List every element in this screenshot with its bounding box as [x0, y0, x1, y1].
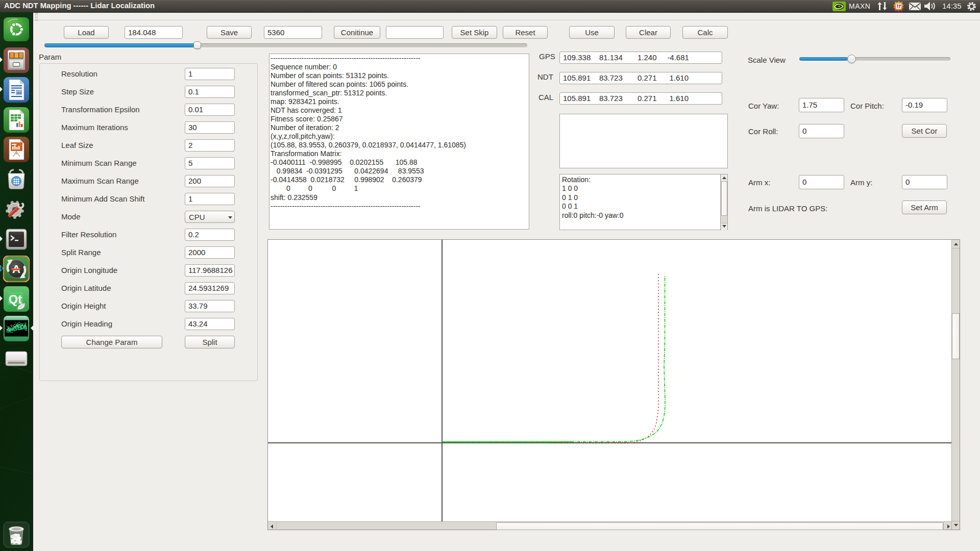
svg-text:Qt: Qt	[9, 293, 22, 306]
